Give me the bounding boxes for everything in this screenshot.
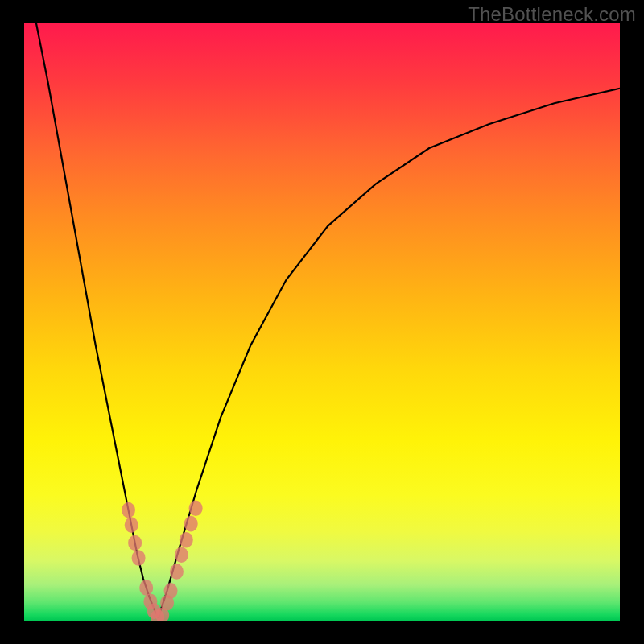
plot-area — [24, 23, 620, 621]
data-dot — [132, 550, 146, 566]
curve-right-branch — [159, 89, 621, 618]
data-dot — [139, 580, 153, 596]
data-dot — [125, 517, 138, 533]
data-dot — [170, 564, 184, 580]
data-dot — [122, 502, 135, 518]
data-dot — [180, 532, 193, 548]
data-dot — [175, 547, 188, 563]
data-dot — [128, 535, 142, 551]
chart-frame: TheBottleneck.com — [0, 0, 644, 644]
data-dots — [122, 501, 203, 621]
bottleneck-curve — [24, 23, 620, 621]
data-dot — [189, 501, 203, 517]
curve-left-branch — [36, 23, 159, 617]
data-dot — [184, 516, 198, 532]
data-dot — [164, 583, 178, 599]
watermark-text: TheBottleneck.com — [468, 3, 636, 26]
